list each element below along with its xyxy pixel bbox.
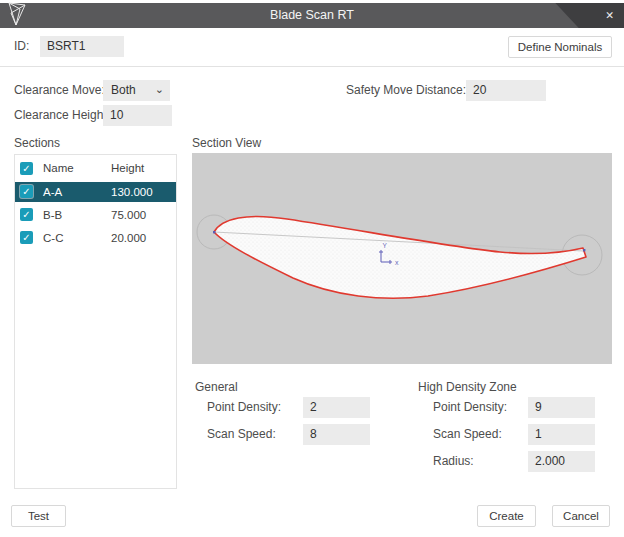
row-checkbox[interactable]: ✓ (20, 231, 33, 244)
column-header-height: Height (111, 158, 144, 179)
trailing-edge-point (583, 249, 585, 251)
close-icon[interactable]: ✕ (605, 3, 614, 28)
clearance-height-label: Clearance Height: (14, 105, 110, 126)
table-row[interactable]: ✓ B-B 75.000 (15, 205, 176, 225)
test-button[interactable]: Test (11, 505, 66, 527)
title-bar: Blade Scan RT ✕ (0, 3, 624, 28)
define-nominals-button[interactable]: Define Nominals (508, 36, 612, 58)
sections-title: Sections (14, 136, 60, 150)
header-divider (0, 66, 624, 67)
safety-move-distance-label: Safety Move Distance: (346, 80, 458, 101)
safety-move-distance-input[interactable] (466, 80, 546, 101)
blade-app-icon (5, 0, 29, 28)
table-row[interactable]: ✓ C-C 20.000 (15, 228, 176, 248)
axis-x-label: x (395, 259, 399, 266)
high-density-group-title: High Density Zone (418, 380, 517, 394)
cancel-button[interactable]: Cancel (552, 505, 610, 527)
hdz-radius-input[interactable] (528, 451, 595, 472)
hdz-radius-label: Radius: (433, 451, 474, 472)
row-name: A-A (43, 182, 62, 202)
window-title: Blade Scan RT (0, 3, 624, 28)
section-view-title: Section View (192, 136, 261, 150)
clearance-move-label: Clearance Move: (14, 80, 105, 101)
leading-edge-point (213, 231, 215, 233)
hdz-scan-speed-input[interactable] (528, 424, 595, 445)
airfoil-fill (214, 217, 586, 299)
id-input[interactable] (40, 36, 124, 57)
column-header-name: Name (43, 158, 74, 179)
row-height: 130.000 (111, 182, 153, 202)
blade-scan-dialog: Blade Scan RT ✕ ID: Define Nominals Clea… (0, 0, 624, 537)
general-scan-speed-label: Scan Speed: (207, 424, 276, 445)
airfoil-section-drawing: Y x (192, 153, 612, 364)
select-all-checkbox[interactable]: ✓ (20, 162, 33, 175)
clearance-move-value: Both (111, 80, 136, 101)
create-button[interactable]: Create (477, 505, 536, 527)
hdz-point-density-input[interactable] (528, 397, 595, 418)
general-point-density-input[interactable] (303, 397, 370, 418)
row-name: C-C (43, 228, 63, 248)
row-height: 20.000 (111, 228, 146, 248)
general-point-density-label: Point Density: (207, 397, 281, 418)
hdz-scan-speed-label: Scan Speed: (433, 424, 502, 445)
sections-header-row: ✓ Name Height (15, 158, 176, 179)
clearance-move-dropdown[interactable]: Both ⌄ (103, 80, 170, 101)
row-name: B-B (43, 205, 62, 225)
general-scan-speed-input[interactable] (303, 424, 370, 445)
chevron-down-icon: ⌄ (155, 79, 164, 100)
id-label: ID: (14, 36, 29, 57)
section-view-canvas[interactable]: Y x (192, 153, 612, 364)
row-checkbox[interactable]: ✓ (20, 208, 33, 221)
clearance-height-input[interactable] (103, 105, 172, 126)
table-row[interactable]: ✓ A-A 130.000 (15, 182, 176, 202)
row-checkbox[interactable]: ✓ (20, 185, 33, 198)
general-group-title: General (195, 380, 238, 394)
row-height: 75.000 (111, 205, 146, 225)
axis-y-label: Y (383, 242, 388, 249)
sections-panel: ✓ Name Height ✓ A-A 130.000 ✓ B-B 75.000… (14, 154, 177, 489)
hdz-point-density-label: Point Density: (433, 397, 507, 418)
